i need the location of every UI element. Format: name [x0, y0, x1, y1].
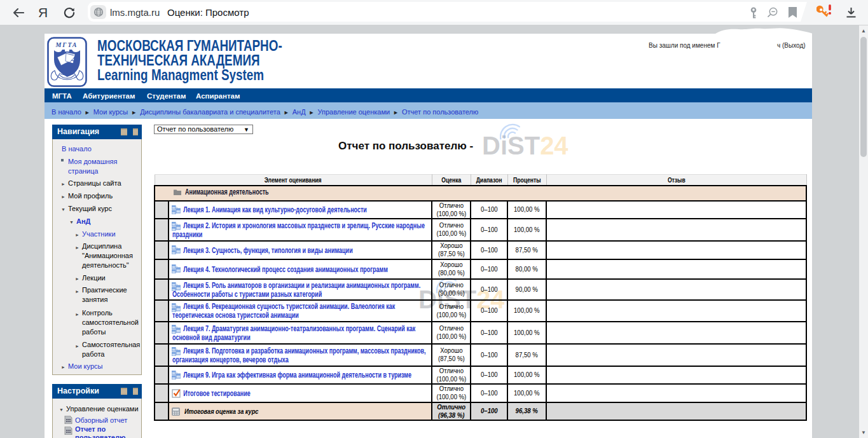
svg-text:МГТА: МГТА — [55, 41, 78, 48]
